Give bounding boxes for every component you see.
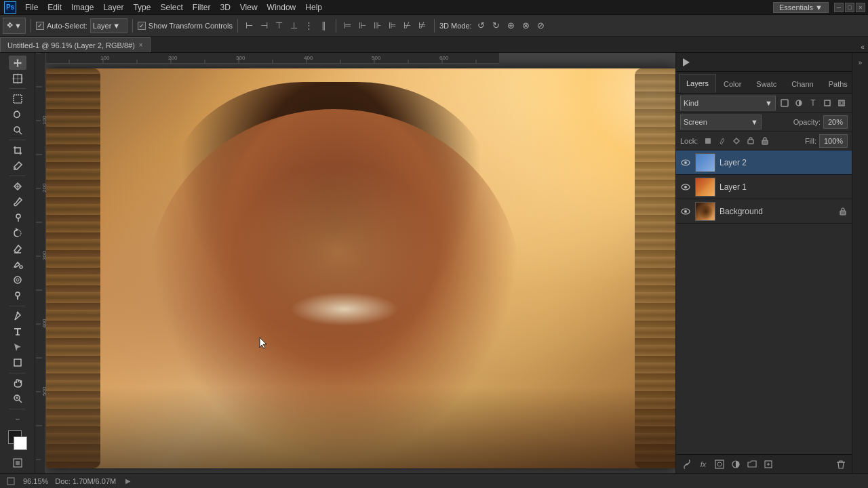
collapse-panel-button[interactable]: »	[854, 56, 867, 69]
lock-all-icon[interactable]	[759, 135, 771, 147]
artboard-tool[interactable]	[9, 71, 26, 85]
eyedropper-tool[interactable]	[9, 159, 26, 173]
align-left-edges-icon[interactable]: ⊢	[243, 19, 256, 33]
canvas-document[interactable]	[46, 64, 675, 473]
background-visibility-icon[interactable]	[680, 206, 691, 217]
lock-position-icon[interactable]	[730, 135, 743, 147]
eraser-tool[interactable]	[9, 241, 26, 256]
kind-smart-icon[interactable]	[835, 97, 848, 109]
align-horizontal-centers-icon[interactable]: ⊣	[258, 19, 271, 33]
move-tool[interactable]	[9, 56, 26, 70]
workspace-button[interactable]: Essentials ▼	[773, 2, 829, 13]
kind-text-icon[interactable]: T	[807, 97, 819, 109]
crop-tool[interactable]	[9, 143, 26, 157]
quick-select-tool[interactable]	[9, 123, 26, 137]
blur-tool[interactable]	[9, 273, 26, 287]
align-bottom-edges-icon[interactable]: ∥	[317, 19, 331, 33]
kind-shape-icon[interactable]	[821, 97, 833, 109]
hand-tool[interactable]	[9, 376, 26, 390]
lasso-tool[interactable]	[9, 107, 26, 121]
pen-tool[interactable]	[9, 309, 26, 323]
menu-select[interactable]: Select	[155, 1, 187, 14]
kind-adjust-icon[interactable]	[793, 97, 805, 109]
minimize-button[interactable]: ─	[834, 3, 844, 12]
play-button[interactable]	[680, 56, 692, 68]
tab-color[interactable]: Color	[716, 74, 749, 93]
blend-mode-dropdown[interactable]: Screen ▼	[680, 115, 762, 129]
3d-mode-scale-icon[interactable]: ⊘	[534, 19, 548, 33]
history-brush-tool[interactable]	[9, 226, 26, 240]
distribute-top-icon[interactable]: ⊫	[386, 19, 399, 33]
menu-window[interactable]: Window	[262, 1, 301, 14]
align-right-edges-icon[interactable]: ⊤	[273, 19, 286, 33]
close-button[interactable]: ×	[856, 3, 865, 12]
layer-fx-button[interactable]: fx	[696, 458, 710, 471]
move-tool-options[interactable]: ✥ ▼	[3, 18, 26, 34]
kind-dropdown[interactable]: Kind ▼	[680, 96, 776, 110]
layer1-visibility-icon[interactable]	[680, 182, 691, 192]
layer-item-layer1[interactable]: Layer 1	[676, 175, 852, 199]
layer-item-background[interactable]: Background	[676, 199, 852, 224]
menu-3d[interactable]: 3D	[215, 1, 235, 14]
menu-file[interactable]: File	[20, 1, 43, 14]
doc-info-arrow[interactable]: ▶	[125, 477, 131, 485]
lock-paint-icon[interactable]	[716, 135, 728, 147]
menu-filter[interactable]: Filter	[188, 1, 216, 14]
shape-tool[interactable]	[9, 356, 26, 370]
menu-type[interactable]: Type	[128, 1, 155, 14]
canvas-area[interactable]: 100 200 300 400 500 600 700 800	[35, 53, 675, 473]
layer-item-layer2[interactable]: Layer 2	[676, 150, 852, 175]
3d-mode-pan-icon[interactable]: ⊕	[505, 19, 518, 33]
maximize-button[interactable]: □	[845, 3, 854, 12]
distribute-bottom-icon[interactable]: ⊭	[416, 19, 429, 33]
fill-value[interactable]: 100%	[819, 134, 848, 148]
distribute-v-center-icon[interactable]: ⊬	[401, 19, 414, 33]
add-mask-button[interactable]	[713, 458, 726, 471]
dodge-tool[interactable]	[9, 289, 26, 303]
layer2-visibility-icon[interactable]	[680, 157, 691, 168]
menu-image[interactable]: Image	[66, 1, 98, 14]
3d-mode-rotate-icon[interactable]: ↺	[475, 19, 488, 33]
menu-help[interactable]: Help	[300, 1, 327, 14]
tab-channels[interactable]: Chann	[784, 74, 821, 93]
brush-tool[interactable]	[9, 195, 26, 209]
distribute-h-center-icon[interactable]: ⊩	[356, 19, 370, 33]
kind-pixel-icon[interactable]	[778, 97, 791, 109]
new-group-button[interactable]	[745, 458, 759, 471]
lock-pixels-icon[interactable]	[702, 135, 714, 147]
quick-mask-mode[interactable]	[10, 455, 25, 470]
3d-mode-slide-icon[interactable]: ⊗	[519, 19, 533, 33]
delete-layer-button[interactable]	[834, 458, 848, 471]
opacity-value[interactable]: 20%	[823, 115, 848, 129]
distribute-right-icon[interactable]: ⊪	[371, 19, 384, 33]
autoselect-checkbox[interactable]	[36, 22, 44, 30]
panel-collapse-button[interactable]: «	[857, 41, 868, 52]
marquee-tool[interactable]	[9, 92, 26, 106]
tab-paths[interactable]: Paths	[821, 74, 855, 93]
paint-bucket-tool[interactable]	[9, 258, 26, 272]
zoom-tool[interactable]	[9, 392, 26, 406]
path-selection-tool[interactable]	[9, 340, 26, 354]
menu-edit[interactable]: Edit	[43, 1, 66, 14]
transform-checkbox[interactable]	[138, 22, 146, 30]
lock-artboard-icon[interactable]	[745, 135, 757, 147]
menu-view[interactable]: View	[235, 1, 262, 14]
autoselect-dropdown[interactable]: Layer ▼	[90, 18, 127, 33]
clone-stamp-tool[interactable]	[9, 210, 26, 224]
tab-swatches[interactable]: Swatc	[749, 74, 784, 93]
align-top-edges-icon[interactable]: ⊥	[288, 19, 301, 33]
healing-tool[interactable]	[9, 179, 26, 193]
align-vertical-centers-icon[interactable]: ⋮	[302, 19, 316, 33]
tab-layers[interactable]: Layers	[679, 74, 716, 93]
new-layer-button[interactable]	[762, 458, 775, 471]
add-adjustment-button[interactable]	[729, 458, 743, 471]
doc-tab-close[interactable]: ×	[139, 41, 143, 49]
document-tab[interactable]: Untitled-1 @ 96.1% (Layer 2, RGB/8#) ×	[0, 37, 151, 52]
menu-layer[interactable]: Layer	[98, 1, 128, 14]
distribute-left-icon[interactable]: ⊨	[341, 19, 355, 33]
text-tool[interactable]	[9, 325, 26, 339]
background-color[interactable]	[14, 436, 27, 450]
layer-link-icon[interactable]	[680, 458, 694, 471]
extra-tools[interactable]: ···	[9, 412, 26, 426]
3d-mode-roll-icon[interactable]: ↻	[490, 19, 503, 33]
